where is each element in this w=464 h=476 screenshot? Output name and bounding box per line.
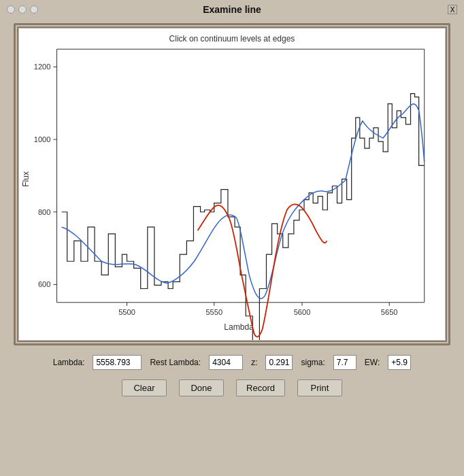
svg-text:5500: 5500 (118, 308, 135, 316)
ew-input[interactable] (388, 355, 411, 370)
svg-text:1000: 1000 (34, 135, 51, 143)
chart-frame: Click on continuum levels at edges 600 8… (14, 23, 450, 345)
done-button[interactable]: Done (179, 379, 224, 396)
svg-text:5600: 5600 (294, 308, 311, 316)
z-input[interactable] (265, 355, 293, 370)
window-title: Examine line (203, 4, 261, 15)
svg-text:800: 800 (38, 208, 51, 216)
svg-text:5650: 5650 (381, 308, 398, 316)
lambda-input[interactable] (93, 355, 142, 370)
sigma-input[interactable] (333, 355, 357, 370)
button-bar: Clear Done Record Print (0, 374, 464, 403)
close-btn[interactable] (7, 5, 15, 14)
chart-svg: 600 800 1000 1200 Flux 5500 5550 5600 56… (19, 29, 445, 340)
svg-text:Flux: Flux (21, 171, 31, 187)
rest-lambda-label: Rest Lambda: (150, 358, 201, 367)
close-icon[interactable]: X (448, 5, 457, 14)
clear-button[interactable]: Clear (122, 379, 167, 396)
title-bar: Examine line X (0, 0, 464, 19)
sigma-label: sigma: (301, 358, 325, 367)
z-label: z: (251, 358, 257, 367)
minimize-btn[interactable] (18, 5, 27, 14)
svg-text:5550: 5550 (205, 308, 222, 316)
record-button[interactable]: Record (236, 379, 285, 396)
svg-text:Lambda: Lambda (224, 322, 254, 332)
info-bar: Lambda: Rest Lambda: z: sigma: EW: (0, 351, 464, 374)
maximize-btn[interactable] (30, 5, 38, 14)
svg-text:1200: 1200 (34, 63, 51, 71)
rest-lambda-input[interactable] (209, 355, 243, 370)
svg-text:600: 600 (38, 281, 51, 289)
chart-area[interactable]: Click on continuum levels at edges 600 8… (18, 28, 446, 341)
lambda-label: Lambda: (53, 358, 85, 367)
print-button[interactable]: Print (297, 379, 342, 396)
window-controls (7, 5, 38, 14)
ew-label: EW: (365, 358, 380, 367)
